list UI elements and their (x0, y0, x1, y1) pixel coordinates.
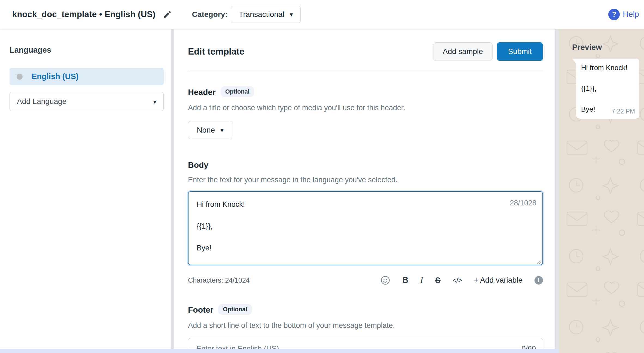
main-scrollbar[interactable] (555, 29, 559, 353)
optional-badge: Optional (221, 86, 254, 97)
add-language-label: Add Language (17, 97, 66, 106)
language-label: English (US) (32, 72, 78, 81)
footer-section-title-row: Footer Optional (188, 304, 543, 315)
bubble-tail (572, 59, 576, 64)
pencil-icon (163, 10, 172, 19)
category-value: Transactional (239, 10, 284, 19)
preview-heading: Preview (572, 43, 602, 52)
header-section-description: Add a title or choose which type of medi… (188, 104, 543, 112)
bottom-highlight-strip (0, 349, 559, 353)
top-bar: knock_doc_template • English (US) Catego… (0, 0, 644, 29)
chevron-down-icon: ▾ (290, 11, 293, 18)
add-sample-button[interactable]: Add sample (433, 42, 493, 61)
edit-template-panel: Edit template Add sample Submit Header O… (188, 29, 543, 353)
languages-heading: Languages (10, 46, 171, 55)
question-circle-icon: ? (608, 9, 620, 20)
language-status-dot-icon (17, 74, 23, 80)
footer-section-title: Footer (188, 305, 213, 315)
edit-template-header: Edit template Add sample Submit (188, 42, 543, 61)
italic-button[interactable]: I (420, 275, 423, 285)
add-language-dropdown[interactable]: Add Language ▾ (10, 92, 164, 111)
resize-grip-icon (536, 259, 541, 264)
header-divider (188, 70, 543, 70)
header-section-title: Header (188, 88, 216, 97)
info-icon[interactable]: i (534, 276, 543, 285)
preview-panel: Preview Hi from Knock! {{1}}, Bye! 7:22 … (559, 29, 644, 353)
header-section-title-row: Header Optional (188, 87, 543, 98)
strikethrough-button[interactable]: S (435, 276, 441, 285)
footer-section-description: Add a short line of text to the bottom o… (188, 321, 543, 330)
smiley-icon (381, 276, 390, 285)
bubble-timestamp: 7:22 PM (612, 108, 635, 115)
characters-count-label: Characters: 24/1024 (188, 276, 250, 284)
chevron-down-icon: ▾ (220, 127, 224, 133)
emoji-button[interactable] (381, 276, 390, 285)
header-media-type-dropdown[interactable]: None ▾ (188, 121, 232, 139)
bold-button[interactable]: B (402, 275, 408, 285)
body-textarea-wrap: Hi from Knock! {{1}}, Bye! 28/1028 (188, 191, 543, 266)
code-button[interactable]: </> (452, 276, 462, 285)
edit-title-button[interactable] (163, 10, 172, 19)
formatting-toolbar: B I S </> + Add variable i (381, 275, 543, 285)
body-section-title-row: Body (188, 160, 543, 170)
body-char-counter: 28/1028 (510, 199, 536, 207)
sidebar-item-english-us[interactable]: English (US) (10, 68, 164, 85)
header-media-type-value: None (197, 126, 215, 134)
body-section-title: Body (188, 160, 208, 170)
optional-badge: Optional (218, 304, 252, 315)
submit-button[interactable]: Submit (497, 42, 543, 61)
body-toolbar-row: Characters: 24/1024 B I S </> + Add vari… (188, 274, 543, 286)
template-editor-screen: knock_doc_template • English (US) Catego… (0, 0, 644, 353)
help-label: Help (623, 10, 639, 19)
chevron-down-icon: ▾ (153, 99, 156, 105)
add-variable-button[interactable]: + Add variable (474, 276, 523, 285)
body-section-description: Enter the text for your message in the l… (188, 176, 543, 184)
message-preview-bubble: Hi from Knock! {{1}}, Bye! 7:22 PM (576, 59, 639, 119)
resize-handle[interactable] (536, 259, 541, 264)
template-title: knock_doc_template • English (US) (12, 10, 156, 19)
help-button[interactable]: ? Help (608, 9, 639, 20)
sidebar-divider (171, 29, 174, 353)
category-dropdown[interactable]: Transactional ▾ (231, 6, 301, 23)
category-label: Category: (192, 10, 228, 19)
body-text-input[interactable]: Hi from Knock! {{1}}, Bye! (188, 191, 543, 265)
page-title: Edit template (188, 46, 244, 57)
languages-sidebar: Languages English (US) Add Language ▾ (0, 29, 171, 353)
